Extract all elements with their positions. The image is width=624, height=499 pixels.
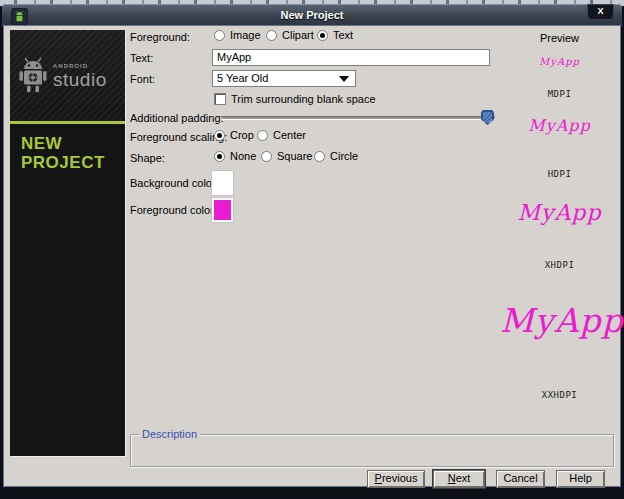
shape-label: Shape: bbox=[130, 152, 165, 164]
preview-density-mdpi: MDPI bbox=[500, 89, 619, 99]
radio-icon[interactable] bbox=[214, 130, 225, 141]
preview-density-xxhdpi: XXHDPI bbox=[500, 390, 619, 400]
preview-image-xxhdpi: MyApp bbox=[500, 301, 619, 340]
trim-checkbox[interactable] bbox=[214, 93, 226, 105]
scaling-option-center[interactable]: Center bbox=[257, 129, 306, 141]
previous-button[interactable]: Previous bbox=[367, 470, 425, 488]
background-color-swatch[interactable] bbox=[212, 171, 233, 195]
screen: New Project X bbox=[0, 0, 624, 499]
shape-option-none[interactable]: None bbox=[214, 150, 256, 162]
radio-icon[interactable] bbox=[317, 30, 328, 41]
radio-icon[interactable] bbox=[314, 151, 325, 162]
banner-line-2: PROJECT bbox=[21, 153, 125, 172]
logo-android-label: ANDROID bbox=[53, 63, 107, 69]
radio-label: Image bbox=[230, 29, 261, 41]
new-project-banner: NEW PROJECT bbox=[10, 124, 125, 172]
preview-image-hdpi: MyApp bbox=[500, 116, 619, 135]
radio-icon[interactable] bbox=[214, 151, 225, 162]
foreground-option-text[interactable]: Text bbox=[317, 29, 353, 41]
radio-icon[interactable] bbox=[214, 30, 225, 41]
help-button[interactable]: Help bbox=[556, 470, 605, 488]
radio-label: Center bbox=[273, 129, 306, 141]
radio-icon[interactable] bbox=[257, 130, 268, 141]
radio-icon[interactable] bbox=[261, 151, 272, 162]
description-groupbox: Description bbox=[130, 434, 614, 467]
foreground-label: Foreground: bbox=[130, 31, 190, 43]
next-button-label: Next bbox=[448, 471, 471, 486]
preview-panel: Preview MyApp MDPI MyApp HDPI MyApp XHDP… bbox=[500, 26, 619, 460]
radio-icon[interactable] bbox=[266, 30, 277, 41]
cancel-button[interactable]: Cancel bbox=[496, 470, 545, 488]
logo-text: ANDROID studio bbox=[53, 63, 107, 89]
font-label: Font: bbox=[130, 73, 155, 85]
foreground-scaling-label: Foreground scaling: bbox=[130, 131, 227, 143]
preview-title: Preview bbox=[500, 32, 619, 44]
previous-button-label: Previous bbox=[375, 471, 418, 486]
android-robot-icon bbox=[18, 57, 48, 94]
additional-padding-slider-track[interactable] bbox=[222, 116, 495, 119]
radio-label: Text bbox=[333, 29, 353, 41]
foreground-option-image[interactable]: Image bbox=[214, 29, 261, 41]
foreground-color-swatch[interactable] bbox=[212, 198, 233, 222]
android-studio-logo: ANDROID studio bbox=[10, 30, 125, 121]
additional-padding-label: Additional padding: bbox=[130, 112, 224, 124]
preview-density-xhdpi: XHDPI bbox=[500, 260, 619, 270]
radio-label: Crop bbox=[230, 129, 254, 141]
description-legend: Description bbox=[139, 428, 200, 440]
radio-label: Square bbox=[277, 150, 312, 162]
radio-label: Clipart bbox=[282, 29, 314, 41]
foreground-color-label: Foreground color: bbox=[130, 204, 217, 216]
shape-option-square[interactable]: Square bbox=[261, 150, 312, 162]
preview-image-xhdpi: MyApp bbox=[500, 200, 619, 225]
scaling-option-crop[interactable]: Crop bbox=[214, 129, 254, 141]
font-dropdown-value: 5 Year Old bbox=[217, 72, 268, 84]
chevron-down-icon bbox=[339, 76, 349, 82]
preview-density-hdpi: HDPI bbox=[500, 169, 619, 179]
radio-label: None bbox=[230, 150, 256, 162]
sidebar: ANDROID studio NEW PROJECT bbox=[10, 30, 125, 456]
trim-checkbox-label[interactable]: Trim surrounding blank space bbox=[231, 93, 376, 105]
banner-line-1: NEW bbox=[21, 134, 125, 153]
close-button[interactable]: X bbox=[587, 4, 614, 20]
text-input[interactable]: MyApp bbox=[212, 49, 490, 66]
window-title: New Project bbox=[2, 9, 622, 21]
preview-image-mdpi: MyApp bbox=[500, 56, 619, 67]
foreground-option-clipart[interactable]: Clipart bbox=[266, 29, 314, 41]
radio-label: Circle bbox=[330, 150, 358, 162]
titlebar[interactable]: New Project X bbox=[2, 4, 622, 26]
logo-studio-label: studio bbox=[53, 70, 107, 89]
cancel-button-label: Cancel bbox=[503, 471, 537, 486]
font-dropdown[interactable]: 5 Year Old bbox=[212, 70, 356, 87]
help-button-label: Help bbox=[569, 471, 592, 486]
background-color-label: Background color: bbox=[130, 177, 219, 189]
shape-option-circle[interactable]: Circle bbox=[314, 150, 358, 162]
text-label: Text: bbox=[130, 52, 153, 64]
next-button[interactable]: Next bbox=[433, 470, 485, 488]
